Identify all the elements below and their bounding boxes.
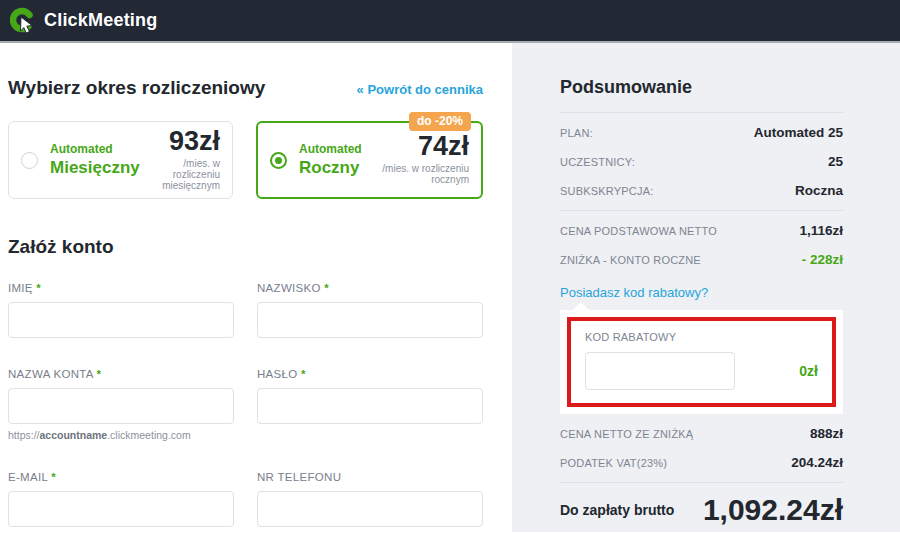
summary-title: Podsumowanie bbox=[560, 77, 843, 98]
plan-brand-label: Automated bbox=[50, 142, 140, 156]
first-name-input[interactable] bbox=[8, 302, 234, 338]
back-to-pricing-link[interactable]: « Powrót do cennika bbox=[357, 82, 483, 97]
first-name-label: IMIĘ * bbox=[8, 282, 234, 294]
clickmeeting-logo: ClickMeeting bbox=[10, 7, 157, 34]
order-summary-panel: Podsumowanie PLAN: Automated 25 UCZESTNI… bbox=[512, 43, 900, 532]
clickmeeting-logo-icon bbox=[10, 7, 37, 34]
coupon-callout: KOD RABATOWY 0zł bbox=[560, 310, 843, 414]
plan-period-label: Roczny bbox=[299, 158, 362, 178]
create-account-title: Załóż konto bbox=[8, 236, 483, 258]
yearly-radio[interactable] bbox=[270, 152, 287, 169]
account-name-label: NAZWA KONTA * bbox=[8, 368, 234, 380]
email-field-group: E-MAIL * bbox=[8, 471, 234, 527]
plan-card-yearly[interactable]: do -20% Automated Roczny 74zł /mies. w r… bbox=[256, 121, 483, 199]
last-name-field-group: NAZWISKO * bbox=[257, 282, 483, 338]
password-label: HASŁO * bbox=[257, 368, 483, 380]
required-asterisk: * bbox=[36, 282, 41, 294]
required-asterisk: * bbox=[51, 471, 56, 483]
checkout-left-panel: Wybierz okres rozliczeniowy « Powrót do … bbox=[0, 43, 512, 532]
coupon-code-label: KOD RABATOWY bbox=[585, 331, 818, 343]
summary-info-rows: PLAN: Automated 25 UCZESTNICY: 25 SUBKSK… bbox=[560, 113, 843, 210]
summary-after-rows: CENA NETTO ZE ZNIŻKĄ 888zł PODATEK VAT(2… bbox=[560, 414, 843, 482]
phone-field-group: NR TELEFONU bbox=[257, 471, 483, 527]
summary-row-subscription: SUBKSKRYPCJA: Roczna bbox=[560, 176, 843, 205]
discount-badge: do -20% bbox=[409, 112, 471, 131]
plan-cards: Automated Miesięczny 93zł /mies. w rozli… bbox=[8, 121, 483, 199]
summary-row-base-price: CENA PODSTAWOWA NETTO 1,116zł bbox=[560, 216, 843, 245]
plan-price-note: /mies. w rozliczeniu miesięcznym bbox=[140, 158, 220, 191]
account-url-helper: https://accountname.clickmeeting.com bbox=[8, 429, 234, 441]
summary-row-participants: UCZESTNICY: 25 bbox=[560, 147, 843, 176]
last-name-input[interactable] bbox=[257, 302, 483, 338]
password-field-group: HASŁO * bbox=[257, 368, 483, 441]
monthly-radio[interactable] bbox=[21, 152, 38, 169]
total-due-value: 1,092.24zł bbox=[703, 493, 843, 527]
coupon-discount-value: 0zł bbox=[799, 363, 818, 379]
password-input[interactable] bbox=[257, 388, 483, 424]
summary-price-rows: CENA PODSTAWOWA NETTO 1,116zł ZNIŻKA - K… bbox=[560, 211, 843, 279]
account-form: IMIĘ * NAZWISKO * NAZWA KONTA * https://… bbox=[8, 282, 483, 527]
account-name-input[interactable] bbox=[8, 388, 234, 424]
have-coupon-link[interactable]: Posiadasz kod rabatowy? bbox=[560, 285, 708, 300]
brand-name: ClickMeeting bbox=[44, 10, 157, 31]
summary-row-yearly-discount: ZNIŻKA - KONTO ROCZNE - 228zł bbox=[560, 245, 843, 274]
phone-label: NR TELEFONU bbox=[257, 471, 483, 483]
account-name-field-group: NAZWA KONTA * https://accountname.clickm… bbox=[8, 368, 234, 441]
required-asterisk: * bbox=[301, 368, 306, 380]
summary-row-net-discounted: CENA NETTO ZE ZNIŻKĄ 888zł bbox=[560, 419, 843, 448]
required-asterisk: * bbox=[97, 368, 102, 380]
email-input[interactable] bbox=[8, 491, 234, 527]
coupon-highlight-box: KOD RABATOWY 0zł bbox=[567, 317, 836, 407]
plan-price: 74zł bbox=[362, 133, 469, 160]
email-label: E-MAIL * bbox=[8, 471, 234, 483]
plan-price-note: /mies. w rozliczeniu rocznym bbox=[362, 163, 469, 185]
total-due-row: Do zapłaty brutto 1,092.24zł bbox=[560, 483, 843, 534]
phone-input[interactable] bbox=[257, 491, 483, 527]
billing-period-title: Wybierz okres rozliczeniowy bbox=[8, 77, 265, 99]
summary-row-vat: PODATEK VAT(23%) 204.24zł bbox=[560, 448, 843, 477]
plan-brand-label: Automated bbox=[299, 142, 362, 156]
required-asterisk: * bbox=[324, 282, 329, 294]
last-name-label: NAZWISKO * bbox=[257, 282, 483, 294]
coupon-code-input[interactable] bbox=[585, 352, 735, 390]
plan-card-monthly[interactable]: Automated Miesięczny 93zł /mies. w rozli… bbox=[8, 121, 233, 199]
plan-period-label: Miesięczny bbox=[50, 158, 140, 178]
plan-price: 93zł bbox=[140, 128, 220, 155]
first-name-field-group: IMIĘ * bbox=[8, 282, 234, 338]
app-header: ClickMeeting bbox=[0, 0, 900, 43]
summary-row-plan: PLAN: Automated 25 bbox=[560, 118, 843, 147]
total-due-label: Do zapłaty brutto bbox=[560, 502, 674, 518]
